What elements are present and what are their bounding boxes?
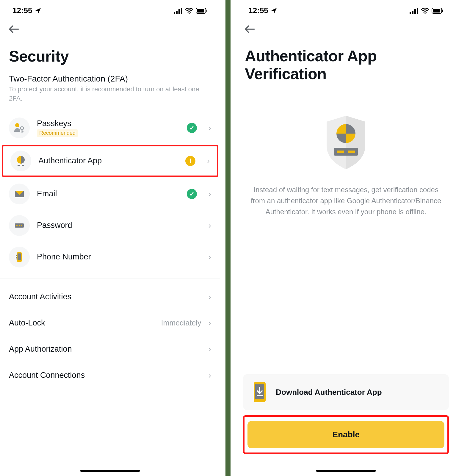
chevron-right-icon: ›	[204, 252, 211, 262]
row-email-label: Email	[37, 189, 180, 198]
row-label: App Authorization	[9, 345, 72, 354]
svg-point-4	[189, 13, 189, 14]
section-subtitle-2fa: To protect your account, it is recommend…	[0, 85, 220, 112]
check-icon: ✓	[187, 189, 197, 199]
svg-point-8	[15, 123, 19, 127]
password-icon	[9, 215, 30, 236]
row-authenticator-label: Authenticator App	[38, 156, 178, 165]
enable-button[interactable]: Enable	[247, 421, 444, 448]
svg-rect-18	[18, 253, 21, 260]
verification-description: Instead of waiting for text messages, ge…	[236, 184, 456, 217]
chevron-right-icon: ›	[204, 292, 211, 302]
divider	[0, 278, 220, 278]
svg-rect-29	[442, 10, 443, 12]
download-label: Download Authenticator App	[276, 388, 382, 397]
row-account-activities[interactable]: Account Activities ›	[0, 284, 220, 310]
chevron-right-icon: ›	[204, 318, 211, 328]
svg-point-26	[425, 13, 426, 14]
home-indicator[interactable]	[80, 470, 140, 472]
email-icon	[9, 184, 30, 204]
cellular-icon	[410, 8, 419, 14]
status-bar: 12:55	[236, 0, 456, 18]
security-screen: 12:55 Security Two-Factor Authentication…	[0, 0, 220, 476]
chevron-right-icon: ›	[203, 156, 209, 166]
row-authenticator-app[interactable]: Authenticator App ! ›	[2, 145, 218, 177]
page-title: Security	[0, 40, 220, 74]
svg-rect-21	[16, 259, 17, 259]
auto-lock-value: Immediately	[161, 319, 201, 327]
chevron-right-icon: ›	[204, 123, 211, 133]
chevron-right-icon: ›	[204, 345, 211, 354]
authenticator-verification-screen: 12:55 Authenticator App Verification	[236, 0, 456, 476]
row-label: Auto-Lock	[9, 318, 45, 328]
row-email[interactable]: Email ✓ ›	[0, 178, 220, 210]
cellular-icon	[174, 8, 183, 14]
check-icon: ✓	[187, 123, 197, 133]
row-app-authorization[interactable]: App Authorization ›	[0, 336, 220, 362]
row-password[interactable]: Password ›	[0, 210, 220, 241]
svg-rect-33	[348, 151, 355, 153]
screenshot-divider	[225, 0, 231, 476]
passkeys-icon	[9, 118, 30, 138]
battery-icon	[196, 8, 208, 14]
svg-rect-2	[178, 9, 180, 14]
status-time: 12:55	[248, 6, 268, 15]
row-password-label: Password	[37, 221, 197, 230]
row-passkeys-label: Passkeys	[37, 119, 180, 128]
svg-rect-22	[410, 12, 411, 14]
svg-rect-28	[433, 9, 440, 12]
page-title: Authenticator App Verification	[236, 40, 456, 92]
back-button[interactable]	[245, 25, 447, 33]
chevron-right-icon: ›	[204, 221, 211, 230]
status-bar: 12:55	[0, 0, 220, 18]
svg-rect-23	[412, 11, 413, 14]
svg-rect-32	[337, 151, 344, 153]
chevron-right-icon: ›	[204, 189, 211, 199]
svg-point-15	[19, 225, 20, 226]
svg-point-9	[21, 127, 23, 130]
location-icon	[271, 7, 277, 14]
svg-rect-11	[22, 165, 24, 166]
section-title-2fa: Two-Factor Authentication (2FA)	[0, 74, 220, 85]
svg-rect-10	[18, 165, 20, 166]
svg-rect-36	[257, 395, 263, 396]
back-button[interactable]	[9, 25, 211, 33]
svg-rect-6	[197, 9, 204, 12]
phone-icon	[9, 247, 30, 267]
home-indicator[interactable]	[316, 470, 376, 472]
svg-point-16	[21, 225, 22, 226]
svg-rect-1	[176, 11, 178, 14]
svg-rect-20	[16, 257, 17, 258]
svg-point-14	[16, 225, 18, 226]
verification-illustration	[236, 92, 456, 184]
row-passkeys[interactable]: Passkeys Recommended ✓ ›	[0, 112, 220, 144]
battery-icon	[432, 8, 444, 14]
svg-rect-0	[174, 12, 175, 14]
status-time: 12:55	[12, 6, 32, 15]
row-auto-lock[interactable]: Auto-Lock Immediately ›	[0, 310, 220, 336]
row-phone-label: Phone Number	[37, 252, 197, 262]
svg-rect-19	[16, 255, 17, 256]
recommended-badge: Recommended	[37, 129, 78, 137]
wifi-icon	[421, 8, 429, 14]
svg-rect-24	[414, 9, 416, 14]
download-authenticator-card[interactable]: Download Authenticator App	[243, 374, 449, 410]
svg-rect-7	[206, 10, 207, 12]
row-label: Account Activities	[9, 292, 71, 301]
row-account-connections[interactable]: Account Connections ›	[0, 362, 220, 389]
svg-rect-3	[181, 8, 182, 14]
location-icon	[35, 7, 41, 14]
warning-icon: !	[185, 156, 195, 166]
chevron-right-icon: ›	[204, 371, 211, 380]
row-label: Account Connections	[9, 371, 85, 380]
download-phone-icon	[251, 381, 268, 403]
authenticator-icon	[10, 151, 31, 171]
svg-rect-25	[417, 8, 418, 14]
enable-highlight: Enable	[243, 415, 449, 454]
wifi-icon	[185, 8, 193, 14]
row-phone-number[interactable]: Phone Number ›	[0, 241, 220, 273]
